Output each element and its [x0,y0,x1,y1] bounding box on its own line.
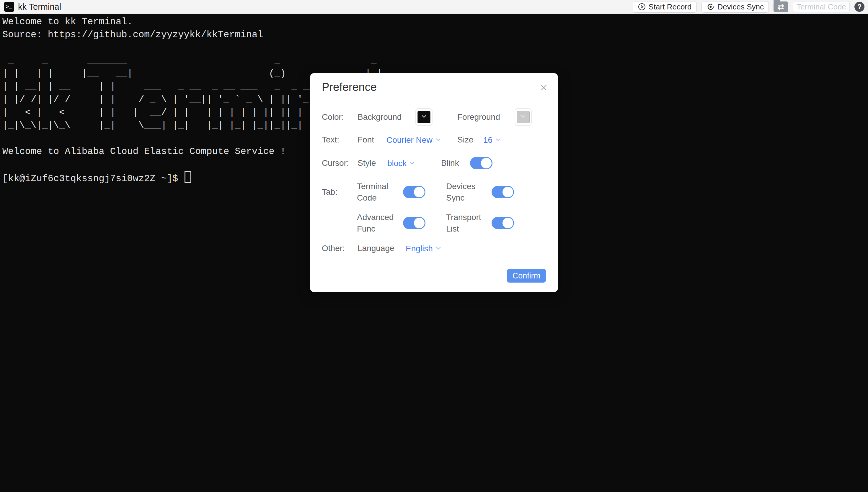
close-icon [539,83,548,94]
start-record-button[interactable]: Start Record [633,1,697,13]
terminal-line-source: Source: https://github.com/zyyzyykk/kkTe… [2,28,868,41]
chevron-down-icon [435,136,441,145]
terminal-code-toggle[interactable] [403,186,425,198]
toggle-knob [502,218,513,228]
help-icon[interactable]: ? [854,2,865,12]
ascii-art-line: _ _ _______ _ _ [2,54,868,67]
devices-sync-label: Devices Sync [718,2,764,11]
terminal-blank-line [2,41,868,54]
cursor-row-label: Cursor: [322,158,349,168]
terminal-cursor [185,171,191,183]
font-label: Font [357,135,374,145]
background-color-picker[interactable] [415,108,432,126]
size-select[interactable]: 16 [483,135,501,145]
background-label: Background [357,113,401,122]
titlebar-actions: Start Record Devices Sync ⇄ ? [633,0,865,14]
text-row-label: Text: [322,135,339,145]
chevron-down-icon [420,113,427,121]
confirm-button[interactable]: Confirm [507,269,546,282]
cursor-style-select[interactable]: block [388,158,415,168]
terminal-app-icon: >_ [4,2,14,12]
cursor-style-value: block [388,158,406,168]
size-label: Size [457,135,473,145]
color-row-label: Color: [322,113,344,122]
toggle-knob [414,218,425,228]
toggle-knob [481,158,492,168]
language-label: Language [357,244,395,253]
preference-dialog: Preference Color: Background Foreground … [310,73,558,292]
start-record-label: Start Record [649,2,692,11]
foreground-color-swatch [517,111,530,123]
file-transfer-icon[interactable]: ⇄ [774,1,788,12]
font-value: Courier New [386,135,432,145]
language-value: English [406,244,433,253]
record-play-icon [638,3,646,11]
devices-sync-toggle[interactable] [492,186,514,198]
toggle-knob [414,187,425,197]
tab-advanced-func-label: Advanced Func [357,212,401,235]
background-color-swatch [418,111,430,123]
terminal-line-welcome: Welcome to kk Terminal. [2,15,868,28]
app-title: kk Terminal [18,2,61,12]
shell-prompt: [kk@iZuf6c3tqkssngj7si0wz2Z ~]$ [2,173,184,184]
tab-transport-list-label: Transport List [446,212,490,235]
chevron-down-icon [409,159,415,168]
transfer-arrows-glyph: ⇄ [778,2,784,11]
devices-sync-button[interactable]: Devices Sync [702,1,769,13]
chevron-down-icon [495,136,501,145]
sync-icon [706,3,715,11]
foreground-color-picker[interactable] [515,108,532,126]
terminal-icon-glyph: >_ [6,4,13,10]
font-select[interactable]: Courier New [386,135,441,145]
dialog-title: Preference [322,81,377,94]
toggle-knob [502,187,513,197]
transport-list-toggle[interactable] [492,217,514,229]
blink-toggle[interactable] [470,157,492,169]
other-row-label: Other: [322,244,345,253]
style-label: Style [357,158,376,168]
language-select[interactable]: English [406,243,442,254]
help-glyph: ? [858,3,862,11]
dialog-close-button[interactable] [538,82,550,94]
foreground-label: Foreground [457,113,500,122]
chevron-down-icon [520,113,527,121]
size-value: 16 [483,135,492,145]
chevron-down-icon [435,244,442,254]
blink-label: Blink [441,158,459,168]
terminal-code-input[interactable] [793,1,850,13]
tab-row-label: Tab: [322,187,337,197]
footer-divider [322,262,546,262]
title-bar: >_ kk Terminal Start Record Devices Sync [0,0,868,14]
tab-terminal-code-label: Terminal Code [357,180,401,203]
tab-devices-sync-label: Devices Sync [446,180,490,203]
advanced-func-toggle[interactable] [403,217,425,229]
